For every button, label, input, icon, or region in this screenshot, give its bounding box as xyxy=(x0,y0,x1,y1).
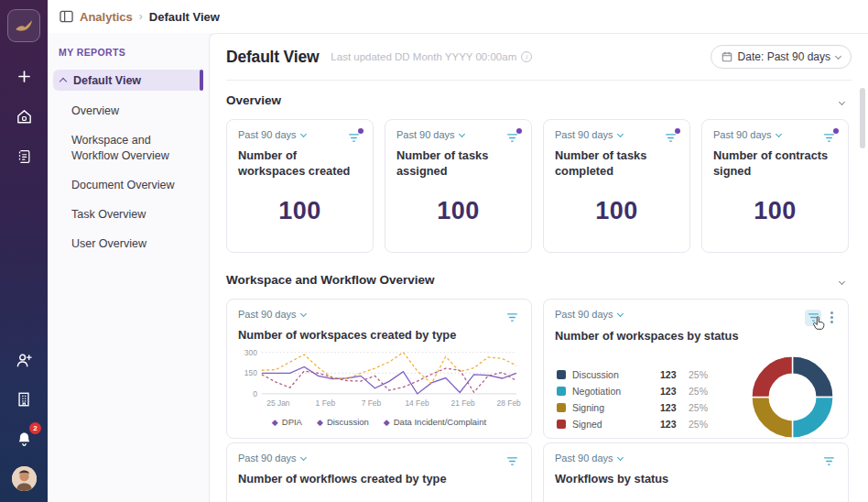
svg-text:150: 150 xyxy=(244,369,257,378)
filter-button[interactable] xyxy=(820,129,837,146)
active-indicator xyxy=(200,70,203,91)
filter-active-dot xyxy=(675,128,680,134)
chevron-down-icon xyxy=(300,130,307,136)
sidebar-item-user-overview[interactable]: User Overview xyxy=(48,229,209,258)
breadcrumb-separator: › xyxy=(139,10,143,23)
filter-button[interactable] xyxy=(662,129,678,146)
stat-card-workspaces-created: Past 90 days Number of workspaces create… xyxy=(226,119,374,253)
filter-button[interactable] xyxy=(504,453,520,469)
filter-icon xyxy=(348,132,360,144)
more-options-button[interactable] xyxy=(827,309,837,326)
legend-item[interactable]: Signed 123 25% xyxy=(557,419,708,430)
sidebar-item-task-overview[interactable]: Task Overview xyxy=(48,200,209,229)
add-new-button[interactable] xyxy=(12,64,36,88)
section-workspace-collapse-button[interactable] xyxy=(832,267,852,291)
notifications-button[interactable]: 2 xyxy=(12,427,36,451)
card-title: Number of workflows created by type xyxy=(238,471,520,486)
sidebar-header: MY REPORTS xyxy=(59,47,209,58)
stat-card-title: Number of tasks assigned xyxy=(396,147,520,180)
period-dropdown[interactable]: Past 90 days xyxy=(238,129,306,140)
svg-text:1 Feb: 1 Feb xyxy=(316,398,336,408)
sidebar-toggle-icon[interactable] xyxy=(60,10,73,23)
stat-card-contracts-signed: Past 90 days Number of contracts signed … xyxy=(701,119,849,253)
svg-text:14 Feb: 14 Feb xyxy=(405,398,429,408)
sidebar-item-workspace-workflow-overview[interactable]: Workspace and Workflow Overview xyxy=(48,126,194,170)
filter-icon xyxy=(823,455,835,467)
section-overview-collapse-button[interactable] xyxy=(832,88,852,112)
stat-card-title: Number of workspaces created xyxy=(238,147,362,180)
organization-button[interactable] xyxy=(12,387,36,411)
workflows-by-type-card: Past 90 days Number of workflows created… xyxy=(226,442,532,502)
legend-item[interactable]: Negotiation 123 25% xyxy=(557,386,708,397)
filter-button[interactable] xyxy=(805,310,821,326)
chevron-down-icon xyxy=(835,52,841,59)
top-bar: Analytics › Default View xyxy=(48,0,868,33)
bell-icon xyxy=(16,431,33,448)
page-title: Default View xyxy=(226,48,319,67)
svg-text:0: 0 xyxy=(253,389,257,398)
app-logo[interactable] xyxy=(7,9,40,42)
bird-logo-icon xyxy=(13,15,35,37)
stat-card-tasks-assigned: Past 90 days Number of tasks assigned 10… xyxy=(385,119,532,253)
date-filter-label: Date: Past 90 days xyxy=(738,50,830,63)
sidebar-item-document-overview[interactable]: Document Overview xyxy=(48,170,209,200)
period-dropdown[interactable]: Past 90 days xyxy=(555,309,623,320)
filter-active-dot xyxy=(833,128,839,134)
filter-icon xyxy=(823,132,835,144)
avatar-photo xyxy=(12,466,37,491)
sidebar-item-overview[interactable]: Overview xyxy=(48,96,209,126)
legend-item[interactable]: Discussion 123 25% xyxy=(557,369,708,380)
reports-icon xyxy=(16,148,32,165)
reports-button[interactable] xyxy=(12,145,36,169)
filter-button[interactable] xyxy=(345,129,362,146)
app-rail: 2 xyxy=(0,0,48,502)
home-button[interactable] xyxy=(12,104,36,128)
stat-card-value: 100 xyxy=(555,197,678,225)
stat-card-row: Past 90 days Number of workspaces create… xyxy=(226,119,852,253)
main-content: Default View Last updated DD Month YYYY … xyxy=(209,33,868,502)
breadcrumb: Analytics › Default View xyxy=(60,10,220,24)
filter-button[interactable] xyxy=(504,309,520,325)
invite-user-button[interactable] xyxy=(12,348,36,372)
legend-item[interactable]: ◆Data Incident/Complaint xyxy=(384,417,486,427)
period-dropdown[interactable]: Past 90 days xyxy=(555,129,623,140)
page-header: Default View Last updated DD Month YYYY … xyxy=(226,34,852,80)
sidebar-item-default-view[interactable]: Default View xyxy=(53,70,203,91)
scrollbar-thumb[interactable] xyxy=(860,88,865,148)
date-filter-button[interactable]: Date: Past 90 days xyxy=(711,45,852,69)
legend-chip xyxy=(557,370,566,379)
period-dropdown[interactable]: Past 90 days xyxy=(238,453,306,464)
filter-button[interactable] xyxy=(820,453,837,469)
card-title: Workflows by status xyxy=(555,471,837,486)
period-dropdown[interactable]: Past 90 days xyxy=(713,129,781,140)
chevron-down-icon xyxy=(617,453,624,460)
sidebar-parent-label: Default View xyxy=(73,74,141,87)
donut-chart-card: Past 90 days Number of workspaces by sta… xyxy=(543,299,849,439)
filter-icon xyxy=(808,311,819,323)
stat-card-value: 100 xyxy=(396,197,520,225)
stat-card-value: 100 xyxy=(238,197,362,225)
svg-text:300: 300 xyxy=(244,348,257,357)
legend-item[interactable]: ◆Discussion xyxy=(317,417,369,427)
breadcrumb-current: Default View xyxy=(149,10,220,24)
chevron-down-icon xyxy=(459,130,465,136)
legend-item[interactable]: ◆DPIA xyxy=(272,417,302,427)
filter-active-dot xyxy=(358,128,363,134)
legend-item[interactable]: Signing 123 25% xyxy=(557,402,708,413)
filter-icon xyxy=(506,311,518,323)
line-chart-legend: ◆DPIA ◆Discussion ◆Data Incident/Complai… xyxy=(238,417,520,427)
period-dropdown[interactable]: Past 90 days xyxy=(238,309,306,320)
chevron-down-icon xyxy=(300,453,307,460)
breadcrumb-analytics[interactable]: Analytics xyxy=(80,10,133,24)
diamond-icon: ◆ xyxy=(272,418,278,427)
chevron-down-icon xyxy=(617,130,624,136)
period-dropdown[interactable]: Past 90 days xyxy=(396,129,464,140)
donut-legend: Discussion 123 25% Negotiation 123 25% S… xyxy=(557,369,708,430)
reports-sidebar: MY REPORTS Default View Overview Workspa… xyxy=(48,33,209,502)
legend-chip xyxy=(557,387,566,396)
filter-icon xyxy=(506,455,518,467)
user-avatar[interactable] xyxy=(12,466,37,491)
info-icon[interactable]: i xyxy=(521,51,532,62)
filter-button[interactable] xyxy=(504,129,520,146)
period-dropdown[interactable]: Past 90 days xyxy=(555,453,623,464)
